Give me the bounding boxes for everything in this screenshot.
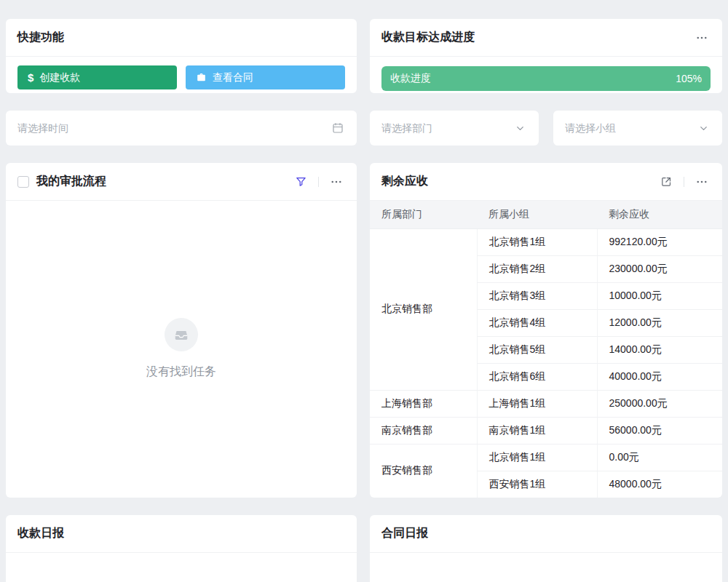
- group-select-input[interactable]: [563, 121, 695, 135]
- table-row: 北京销售部北京销售1组992120.00元: [370, 228, 722, 255]
- approval-card-header: 我的审批流程: [6, 163, 357, 201]
- create-payment-button[interactable]: $ 创建收款: [17, 65, 177, 89]
- progress-bar: 收款进度 105%: [381, 66, 711, 91]
- quick-actions-header: 快捷功能: [6, 19, 357, 57]
- filter-funnel-icon[interactable]: [292, 173, 309, 191]
- group-select[interactable]: [553, 111, 722, 146]
- amount-cell: 250000.00元: [597, 390, 722, 417]
- card-title: 我的审批流程: [36, 174, 106, 189]
- amount-cell: 40000.00元: [597, 363, 722, 390]
- table-row: 上海销售部上海销售1组250000.00元: [370, 390, 722, 417]
- view-contract-label: 查看合同: [213, 71, 253, 84]
- amount-cell: 14000.00元: [597, 336, 722, 363]
- amount-cell: 230000.00元: [597, 255, 722, 282]
- time-picker-input[interactable]: [16, 121, 329, 135]
- column-header-amount: 剩余应收: [597, 201, 722, 228]
- group-cell: 北京销售5组: [477, 336, 597, 363]
- amount-cell: 12000.00元: [597, 309, 722, 336]
- select-filters: [370, 111, 722, 146]
- empty-state-text: 没有找到任务: [146, 364, 216, 380]
- chevron-down-icon: [511, 119, 529, 137]
- group-cell: 南京销售1组: [477, 417, 597, 444]
- column-header-dept: 所属部门: [370, 201, 477, 228]
- card-title: 合同日报: [381, 526, 428, 541]
- group-cell: 北京销售2组: [477, 255, 597, 282]
- card-title: 剩余应收: [381, 174, 428, 189]
- group-cell: 北京销售6组: [477, 363, 597, 390]
- receivables-table: 所属部门 所属小组 剩余应收 北京销售部北京销售1组992120.00元北京销售…: [370, 201, 722, 498]
- more-horizontal-icon[interactable]: [328, 173, 345, 191]
- amount-cell: 0.00元: [597, 444, 722, 471]
- dept-cell: 南京销售部: [370, 417, 477, 444]
- group-cell: 北京销售1组: [477, 228, 597, 255]
- contract-daily-card: 合同日报: [370, 515, 722, 582]
- create-payment-label: 创建收款: [39, 71, 80, 84]
- group-cell: 北京销售4组: [477, 309, 597, 336]
- briefcase-icon: [196, 72, 207, 83]
- card-title: 收款日报: [17, 526, 64, 541]
- approval-card: 我的审批流程 没有找到任务: [6, 163, 357, 498]
- calendar-icon: [329, 119, 347, 137]
- dept-cell: 上海销售部: [370, 390, 477, 417]
- external-link-icon[interactable]: [657, 173, 675, 191]
- amount-cell: 56000.00元: [597, 417, 722, 444]
- more-horizontal-icon[interactable]: [693, 29, 711, 47]
- payment-daily-header: 收款日报: [6, 515, 357, 553]
- group-cell: 上海销售1组: [477, 390, 597, 417]
- receivables-card: 剩余应收 所属部门 所属小组 剩余应收 北京销售部北京销售1组992120.00…: [370, 163, 722, 498]
- card-title: 快捷功能: [17, 30, 64, 45]
- dashboard-page: 快捷功能 $ 创建收款 查看合同 收款目标达成进度 收款进度: [0, 0, 728, 582]
- progress-card-header: 收款目标达成进度: [370, 19, 722, 57]
- select-all-checkbox[interactable]: [17, 176, 29, 188]
- payment-daily-card: 收款日报: [6, 515, 357, 582]
- table-row: 南京销售部南京销售1组56000.00元: [370, 417, 722, 444]
- department-select-input[interactable]: [380, 121, 511, 135]
- group-cell: 西安销售1组: [477, 471, 597, 498]
- quick-actions-card: 快捷功能 $ 创建收款 查看合同: [6, 19, 357, 93]
- dollar-icon: $: [28, 72, 33, 83]
- progress-card: 收款目标达成进度 收款进度 105%: [370, 19, 722, 93]
- quick-actions-buttons: $ 创建收款 查看合同: [6, 57, 357, 93]
- view-contract-button[interactable]: 查看合同: [186, 65, 345, 89]
- amount-cell: 48000.00元: [597, 471, 722, 498]
- inbox-icon: [165, 318, 198, 351]
- group-cell: 北京销售3组: [477, 282, 597, 309]
- amount-cell: 10000.00元: [597, 282, 722, 309]
- time-picker[interactable]: [6, 111, 357, 146]
- column-header-group: 所属小组: [477, 201, 597, 228]
- department-select[interactable]: [370, 111, 539, 146]
- amount-cell: 992120.00元: [597, 228, 722, 255]
- header-divider: [684, 177, 684, 187]
- table-header-row: 所属部门 所属小组 剩余应收: [370, 201, 722, 228]
- receivables-table-body: 北京销售部北京销售1组992120.00元北京销售2组230000.00元北京销…: [370, 228, 722, 498]
- contract-daily-header: 合同日报: [370, 515, 722, 553]
- group-cell: 北京销售1组: [477, 444, 597, 471]
- dept-cell: 北京销售部: [370, 228, 477, 390]
- card-title: 收款目标达成进度: [381, 30, 475, 45]
- progress-label: 收款进度: [390, 72, 431, 85]
- table-row: 西安销售部北京销售1组0.00元: [370, 444, 722, 471]
- chevron-down-icon: [695, 119, 712, 137]
- header-divider: [318, 177, 319, 187]
- approval-empty-state: 没有找到任务: [6, 201, 357, 497]
- dept-cell: 西安销售部: [370, 444, 477, 498]
- progress-value: 105%: [676, 73, 702, 84]
- more-horizontal-icon[interactable]: [693, 173, 711, 191]
- receivables-card-header: 剩余应收: [370, 163, 722, 201]
